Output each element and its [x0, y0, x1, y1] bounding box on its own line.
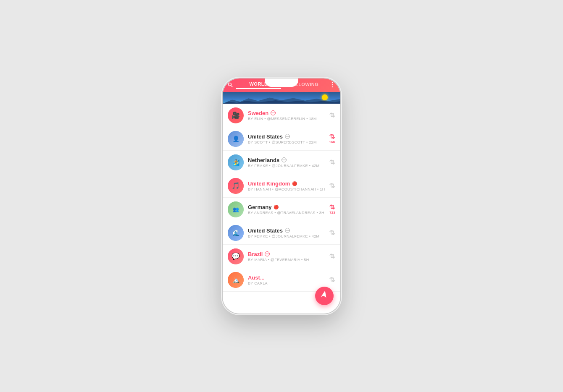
more-options-icon[interactable]: [329, 82, 335, 89]
country-name: United States: [248, 227, 283, 234]
globe-icon-brazil: [265, 251, 270, 256]
phone-notch: [265, 78, 298, 87]
feed-title-netherlands: Netherlands: [248, 157, 326, 163]
retweet-icon-us1: [329, 134, 335, 140]
feed-content-australia: Aust... BY CARLA: [248, 274, 326, 285]
globe-icon-netherlands: [282, 157, 287, 162]
retweet-icon-brazil: [329, 253, 335, 259]
feed-item-sweden[interactable]: 🎥 Sweden BY ELIN • @MESSENGERELIN • 18M: [223, 104, 340, 127]
svg-point-0: [229, 83, 232, 86]
retweet-icon-germany: [329, 204, 335, 210]
feed-item-brazil[interactable]: 💬 Brazil BY MARIA • @FEVERMARIA • 5H: [223, 245, 340, 268]
feed-title-brazil: Brazil: [248, 251, 326, 257]
retweet-count-us1: 16K: [329, 140, 335, 144]
phone-shell: WORLD FOLLOWING 🎥: [223, 78, 340, 314]
country-name: Netherlands: [248, 157, 279, 163]
feed-title-sweden: Sweden: [248, 110, 326, 116]
globe-icon-us1: [285, 134, 290, 139]
country-name: Sweden: [248, 110, 268, 116]
feed-title-germany: Germany 🔴: [248, 204, 326, 210]
retweet-icon-us2: [329, 230, 335, 236]
feed-content-netherlands: Netherlands BY FEMKE • @JOURNALFEMKE • 4…: [248, 157, 326, 168]
avatar-uk: 🎵: [228, 178, 244, 194]
avatar-australia: 🏔️: [228, 272, 244, 288]
retweet-icon-australia: [329, 277, 335, 283]
phone-mockup: WORLD FOLLOWING 🎥: [223, 78, 340, 314]
feed-item-germany[interactable]: 👥 Germany 🔴 BY ANDREAS • @TRAVELANDREAS …: [223, 198, 340, 221]
feed-meta-uk: BY HANNAH • @ACOUSTICHANNAH • 1H: [248, 187, 326, 191]
header-sun: [322, 94, 328, 100]
feed-meta-us1: BY SCOTT • @SUPERBSCOTT • 22M: [248, 140, 326, 144]
feed-action-australia[interactable]: [329, 277, 335, 283]
svg-point-2: [332, 82, 333, 83]
avatar-germany: 👥: [228, 201, 244, 217]
feed-action-netherlands[interactable]: [329, 159, 335, 165]
feed-action-sweden[interactable]: [329, 112, 335, 118]
feed-meta-australia: BY CARLA: [248, 281, 326, 285]
header-landscape: [223, 92, 340, 104]
feed-meta-us2: BY FEMKE • @JOURNALFEMKE • 42M: [248, 234, 326, 238]
feed-content-sweden: Sweden BY ELIN • @MESSENGERELIN • 18M: [248, 110, 326, 121]
feed-action-brazil[interactable]: [329, 253, 335, 259]
feed-content-uk: United Kingdom 🔴 BY HANNAH • @ACOUSTICHA…: [248, 180, 326, 191]
feed-title-us1: United States: [248, 133, 326, 140]
avatar-us1: 👤: [228, 131, 244, 147]
globe-icon-sweden: [271, 110, 276, 115]
feed-meta-netherlands: BY FEMKE • @JOURNALFEMKE • 42M: [248, 164, 326, 168]
compose-fab-button[interactable]: [315, 287, 334, 305]
country-name: United Kingdom: [248, 180, 290, 187]
feed-title-uk: United Kingdom 🔴: [248, 180, 326, 187]
feed-list: 🎥 Sweden BY ELIN • @MESSENGERELIN • 18M: [223, 104, 340, 314]
stream-icon-uk: 🔴: [292, 181, 297, 186]
feed-action-us1[interactable]: 16K: [329, 134, 335, 144]
feed-content-us1: United States BY SCOTT • @SUPERBSCOTT • …: [248, 133, 326, 144]
feed-meta-brazil: BY MARIA • @FEVERMARIA • 5H: [248, 258, 326, 262]
feed-content-us2: United States BY FEMKE • @JOURNALFEMKE •…: [248, 227, 326, 238]
feed-item-us2[interactable]: 🌊 United States BY FEMKE • @JOURNALFEMKE…: [223, 221, 340, 245]
retweet-icon-sweden: [329, 112, 335, 118]
feed-meta-sweden: BY ELIN • @MESSENGERELIN • 18M: [248, 117, 326, 121]
country-name: Germany: [248, 204, 271, 210]
retweet-count-germany: 723: [329, 211, 335, 214]
globe-icon-us2: [285, 228, 290, 233]
country-name: Aust...: [248, 274, 265, 281]
send-icon: [318, 289, 331, 303]
country-name: Brazil: [248, 251, 263, 257]
feed-meta-germany: BY ANDREAS • @TRAVELANDREAS • 3H: [248, 211, 326, 215]
feed-content-germany: Germany 🔴 BY ANDREAS • @TRAVELANDREAS • …: [248, 204, 326, 215]
avatar-sweden: 🎥: [228, 107, 244, 123]
retweet-icon-uk: [329, 183, 335, 189]
feed-action-uk[interactable]: [329, 183, 335, 189]
avatar-us2: 🌊: [228, 225, 244, 241]
search-icon[interactable]: [228, 82, 233, 89]
feed-action-germany[interactable]: 723: [329, 204, 335, 214]
country-name: United States: [248, 133, 283, 140]
svg-point-3: [332, 84, 333, 85]
feed-item-netherlands[interactable]: 🏄 Netherlands BY FEMKE • @JOURNALFEMKE •…: [223, 151, 340, 174]
avatar-brazil: 💬: [228, 248, 244, 264]
retweet-icon-netherlands: [329, 159, 335, 165]
stream-icon-germany: 🔴: [274, 205, 279, 209]
feed-title-us2: United States: [248, 227, 326, 234]
feed-content-brazil: Brazil BY MARIA • @FEVERMARIA • 5H: [248, 251, 326, 262]
feed-action-us2[interactable]: [329, 230, 335, 236]
feed-item-uk[interactable]: 🎵 United Kingdom 🔴 BY HANNAH • @ACOUSTIC…: [223, 174, 340, 198]
svg-point-4: [332, 86, 333, 87]
feed-title-australia: Aust...: [248, 274, 326, 281]
svg-line-1: [231, 86, 232, 87]
avatar-netherlands: 🏄: [228, 154, 244, 170]
feed-item-us1[interactable]: 👤 United States BY SCOTT • @SUPERBSCOTT …: [223, 127, 340, 151]
